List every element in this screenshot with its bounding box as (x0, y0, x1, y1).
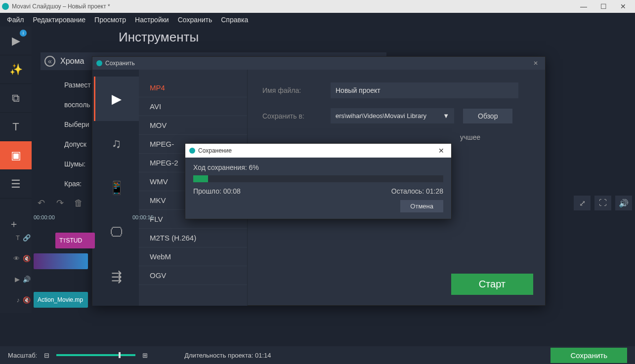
menu-settings[interactable]: Настройки (135, 16, 169, 24)
opt-line: Допуск (64, 135, 91, 153)
ruler-tick: 00:00:00 (34, 214, 132, 223)
back-button[interactable]: « (44, 56, 55, 67)
cancel-button[interactable]: Отмена (400, 200, 443, 212)
saveto-select[interactable]: ers\wihar\Videos\Movavi Library ▼ (331, 108, 454, 123)
dialog-logo-icon (96, 60, 102, 66)
progress-titlebar: Сохранение ✕ (185, 144, 451, 158)
save-dialog-close[interactable]: ✕ (530, 60, 541, 67)
menu-save[interactable]: Сохранить (178, 16, 212, 24)
saveto-value: ers\wihar\Videos\Movavi Library (336, 112, 426, 120)
filename-label: Имя файла: (262, 86, 322, 94)
panel-heading: Инструменты (119, 30, 199, 45)
notification-badge-icon: i (20, 30, 27, 37)
save-dialog-title: Сохранить (105, 60, 135, 67)
minimize-button[interactable]: — (574, 2, 593, 10)
video-clip[interactable] (34, 253, 88, 269)
app-logo-icon (2, 3, 9, 10)
progress-status: Ход сохранения: 6% (193, 163, 443, 171)
opt-line: Края: (64, 175, 91, 193)
menu-view[interactable]: Просмотр (94, 16, 126, 24)
zoom-in-icon[interactable]: ⊞ (142, 352, 148, 359)
format-avi[interactable]: AVI (139, 97, 247, 116)
zoom-slider[interactable] (56, 354, 135, 356)
tool-titles[interactable]: T (0, 113, 32, 141)
tool-transitions[interactable]: ⧉ (0, 84, 32, 113)
filename-input[interactable] (331, 82, 518, 98)
format-mp4[interactable]: MP4 (139, 79, 247, 97)
save-dialog-titlebar: Сохранить ✕ (92, 57, 545, 70)
audio-clip[interactable]: Action_Movie.mp (34, 292, 88, 308)
window-titlebar: Movavi Слайдшоу – Новый проект * — ☐ ✕ (0, 0, 635, 13)
format-mov[interactable]: MOV (139, 116, 247, 135)
quality-hint: учшее (460, 133, 530, 141)
saveto-label: Сохранить в: (262, 112, 322, 120)
opt-line: Выбери (64, 116, 91, 133)
progress-bar (193, 175, 443, 182)
audio-track-icon: ♪ (17, 296, 20, 304)
eye-icon[interactable]: 👁 (13, 255, 20, 262)
menu-file[interactable]: Файл (7, 16, 24, 24)
video-track-icon: ▶ (15, 276, 20, 283)
chroma-options: Размест восполь Выбери Допуск Шумы: Края… (64, 76, 91, 195)
opt-line: Размест (64, 76, 91, 94)
tool-chroma[interactable]: ▣ (0, 141, 32, 170)
close-button[interactable]: ✕ (613, 2, 633, 10)
zoom-handle[interactable] (119, 352, 121, 358)
zoom-out-icon[interactable]: ⊟ (44, 352, 49, 359)
mute2-icon[interactable]: 🔇 (23, 296, 31, 304)
menu-bar: Файл Редактирование Просмотр Настройки С… (0, 13, 635, 27)
track-icon-column: T🔗 👁🔇 ▶🔊 ♪🔇 (0, 227, 34, 310)
browse-button[interactable]: Обзор (463, 109, 512, 123)
elapsed-text: Прошло: 00:08 (193, 187, 241, 195)
title-track-icon: T (16, 234, 20, 242)
opt-line: Шумы: (64, 155, 91, 173)
progress-fill (193, 175, 208, 182)
duration-label: Длительность проекта: 01:14 (184, 352, 271, 359)
category-video[interactable]: ▶ (94, 77, 139, 121)
menu-edit[interactable]: Редактирование (33, 16, 85, 24)
maximize-button[interactable]: ☐ (593, 2, 613, 10)
redo-button[interactable]: ↷ (52, 196, 67, 210)
menu-help[interactable]: Справка (221, 16, 248, 24)
footer-save-button[interactable]: Сохранить (550, 348, 627, 363)
tool-media[interactable]: ▶i (0, 27, 32, 55)
link-icon: 🔗 (23, 234, 31, 242)
progress-logo-icon (189, 148, 195, 154)
zoom-label: Масштаб: (8, 352, 37, 359)
sound-icon[interactable]: 🔊 (23, 276, 31, 283)
status-bar: Масштаб: ⊟ ⊞ Длительность проекта: 01:14… (0, 346, 635, 364)
chevron-down-icon: ▼ (443, 112, 449, 120)
title-clip[interactable]: TT STUD (55, 233, 95, 248)
remaining-text: Осталось: 01:28 (391, 187, 443, 195)
breadcrumb-label: Хрома (60, 57, 84, 66)
progress-dialog: Сохранение ✕ Ход сохранения: 6% Прошло: … (185, 143, 452, 219)
progress-close[interactable]: ✕ (435, 147, 447, 155)
progress-title: Сохранение (198, 147, 232, 154)
window-title: Movavi Слайдшоу – Новый проект * (12, 3, 110, 10)
delete-button[interactable]: 🗑 (71, 196, 86, 210)
undo-button[interactable]: ↶ (34, 196, 48, 210)
tool-filters[interactable]: ✨ (0, 55, 32, 84)
opt-line: восполь (64, 96, 91, 114)
category-audio[interactable]: ♫ (94, 121, 139, 165)
mute-icon[interactable]: 🔇 (23, 255, 31, 262)
